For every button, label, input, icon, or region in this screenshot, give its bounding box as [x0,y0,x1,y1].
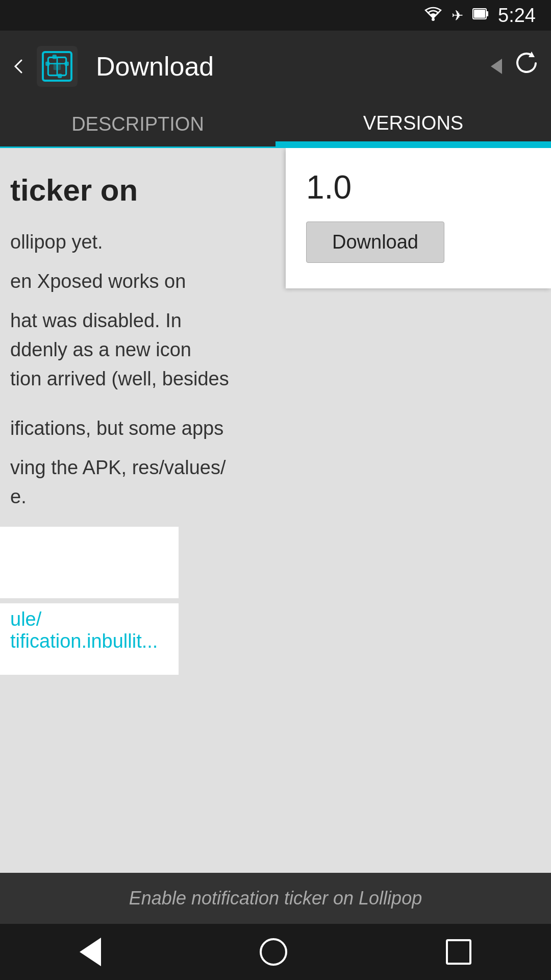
tab-versions[interactable]: Versions [276,102,551,146]
app-bar-actions [491,49,541,84]
back-triangle-icon [80,938,101,966]
nav-bar [0,924,551,980]
desc-para-4: ifications, but some apps [0,409,286,448]
svg-rect-7 [65,62,69,66]
desc-para-3: hat was disabled. Inddenly as a new icon… [0,301,286,399]
svg-point-0 [432,18,435,21]
back-icon[interactable] [10,57,29,76]
nav-back-button[interactable] [80,938,101,966]
content-area: ticker on ollipop yet. en Xposed works o… [0,148,551,873]
status-bar: ✈ 5:24 [0,0,551,31]
wifi-icon [424,7,442,24]
desc-para-5: ving the APK, res/values/e. [0,448,286,517]
app-bar-left: Download [10,46,214,87]
download-button[interactable]: Download [306,222,444,263]
white-card-2: ule/tification.inbullit... [0,603,179,675]
svg-rect-2 [486,11,488,16]
home-circle-icon [260,938,287,966]
toast-text: Enable notification ticker on Lollipop [129,888,422,909]
refresh-icon[interactable] [512,49,541,84]
tabs-bar: Description Versions [0,102,551,148]
app-bar: Download [0,31,551,102]
battery-icon [472,7,489,24]
status-time: 5:24 [498,5,536,27]
app-logo [37,46,78,87]
version-number: 1.0 [306,168,531,206]
nav-recents-button[interactable] [446,939,471,965]
desc-para-2: en Xposed works on [0,262,286,301]
status-icons: ✈ 5:24 [424,5,536,27]
nav-home-button[interactable] [260,938,287,966]
link-text[interactable]: ule/tification.inbullit... [0,603,179,657]
svg-rect-5 [54,63,61,70]
svg-rect-6 [45,62,49,66]
description-heading: ticker on [0,163,286,223]
airplane-icon: ✈ [452,7,463,24]
svg-rect-9 [58,74,62,78]
tab-description[interactable]: Description [0,102,276,146]
desc-para-1: ollipop yet. [0,223,286,262]
scroll-indicator-triangle [491,59,502,74]
version-dropdown: 1.0 Download [286,148,551,288]
description-content: ticker on ollipop yet. en Xposed works o… [0,148,286,680]
app-bar-title: Download [96,51,214,82]
bottom-toast: Enable notification ticker on Lollipop [0,873,551,924]
svg-rect-8 [53,55,57,59]
white-card-1 [0,527,179,598]
recents-square-icon [446,939,471,965]
svg-rect-3 [474,10,485,18]
